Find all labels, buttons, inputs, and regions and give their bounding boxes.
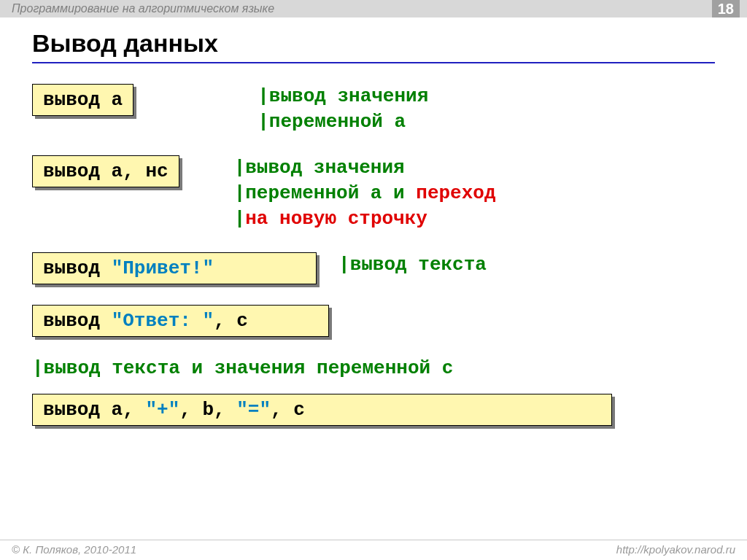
course-title: Программирование на алгоритмическом язык… [12, 2, 274, 15]
comment-line: |вывод значения [258, 84, 428, 109]
code-token: вывод a, нс [43, 160, 169, 182]
code-token: вывод [43, 257, 112, 279]
row-4: вывод "Ответ: ", c [32, 305, 715, 337]
comment-line: |переменной a и переход [234, 181, 496, 206]
code-token: |переменной a и [234, 182, 417, 204]
codebox: вывод a, нс [32, 155, 179, 187]
page-number: 18 [712, 0, 740, 18]
code-token: на новую строчку [245, 208, 427, 230]
comment-line: |вывод текста [338, 252, 487, 278]
row-comment: |вывод значения|переменной a [258, 84, 428, 135]
footer: © К. Поляков, 2010-2011 http://kpolyakov… [0, 540, 747, 556]
code-token: "=" [236, 399, 271, 421]
footer-url: http://kpolyakov.narod.ru [616, 543, 735, 556]
code-token: "Ответ: " [112, 310, 214, 332]
codebox: вывод a [32, 84, 133, 116]
row-comment: |вывод значения|переменной a и переход|н… [234, 155, 496, 232]
code-token: вывод a, [43, 399, 145, 421]
header-bar: Программирование на алгоритмическом язык… [0, 0, 747, 18]
code-token: , b, [179, 399, 236, 421]
row4-comment: |вывод текста и значения переменной c [32, 357, 715, 379]
code-token: , c [271, 399, 305, 421]
code-token: , c [214, 310, 248, 332]
slide-body: Вывод данных вывод a|вывод значения|пере… [0, 18, 747, 426]
row-1: вывод a|вывод значения|переменной a [32, 84, 715, 135]
codebox: вывод "Ответ: ", c [32, 305, 329, 337]
code-token: |вывод значения [258, 85, 428, 107]
row-2: вывод a, нс|вывод значения|переменной a … [32, 155, 715, 232]
rows-container: вывод a|вывод значения|переменной aвывод… [32, 84, 715, 337]
comment-line: |вывод значения [234, 155, 496, 181]
code-token: |вывод текста [338, 254, 487, 276]
row5-codebox: вывод a, "+", b, "=", c [32, 394, 612, 426]
row-3: вывод "Привет!"|вывод текста [32, 252, 715, 284]
slide-title: Вывод данных [32, 29, 715, 58]
row5: вывод a, "+", b, "=", c [32, 394, 715, 426]
comment-line: |переменной a [258, 109, 428, 135]
code-token: |переменной a [258, 111, 406, 133]
code-token: |вывод значения [234, 157, 405, 179]
codebox: вывод "Привет!" [32, 252, 317, 284]
code-token: "+" [145, 399, 179, 421]
code-token: | [234, 208, 246, 230]
code-token: вывод [43, 310, 112, 332]
title-rule [32, 62, 715, 63]
code-token: "Привет!" [112, 257, 214, 279]
footer-copyright: © К. Поляков, 2010-2011 [12, 543, 136, 556]
row-comment: |вывод текста [338, 252, 487, 278]
code-token: переход [416, 182, 495, 204]
comment-line: |на новую строчку [234, 206, 496, 232]
code-token: вывод a [43, 89, 123, 111]
